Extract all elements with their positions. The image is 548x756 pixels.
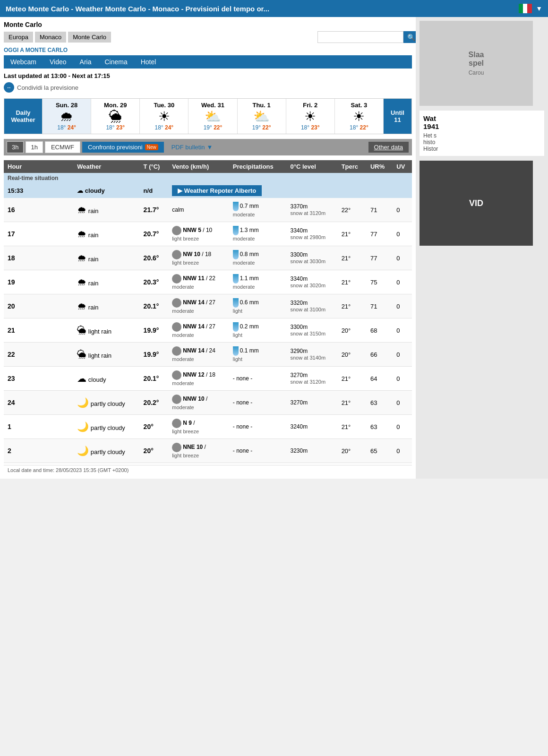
wind-direction-icon <box>172 226 181 235</box>
row-ur: 77 <box>367 222 393 246</box>
row-temp: 20.1° <box>140 367 169 391</box>
row-uv: 0 <box>393 415 412 439</box>
snow-level: snow at 3150m <box>291 331 326 336</box>
day-temps-6: 18° 22° <box>337 124 381 131</box>
forecast-icon-5: ☀ <box>288 109 333 124</box>
weather-icon: 🌦 <box>77 325 86 335</box>
nav-aria[interactable]: Aria <box>73 55 98 69</box>
nav-video[interactable]: Video <box>43 55 73 69</box>
wind-desc: moderate <box>172 356 194 362</box>
weather-icon: 🌦 <box>77 349 86 360</box>
day-cell-4[interactable]: Thu. 1 ⛅ 19° 22° <box>237 99 286 134</box>
nav-hotel[interactable]: Hotel <box>134 55 163 69</box>
row-zero-level: 3270m snow at 3120m <box>287 367 338 391</box>
table-row: 17 🌧 rain 20.7° NNW 5 / 10light breeze 1… <box>4 222 412 246</box>
row-temp: 20° <box>140 415 169 439</box>
other-data-button[interactable]: Other data <box>368 141 409 153</box>
wind-speed: 10 <box>198 395 204 402</box>
snow-level: snow at 2980m <box>291 234 326 240</box>
weather-table: Hour Weather T (°C) Vento (km/h) Precipi… <box>4 160 412 463</box>
sidebar-card2: Wat1941 Het shistoHistor <box>420 111 544 156</box>
wind-gusts: / 10 <box>201 227 212 233</box>
day-cell-3[interactable]: Wed. 31 ⛅ 19° 22° <box>188 99 237 134</box>
day-cell-6[interactable]: Sat. 3 ☀ 18° 22° <box>334 99 383 134</box>
day-cell-5[interactable]: Fri. 2 ☀ 18° 23° <box>286 99 334 134</box>
precip-amount: 0.7 mm <box>240 203 259 209</box>
confronto-button[interactable]: Confronto previsioni New <box>82 142 164 153</box>
precip-level: light <box>233 332 242 338</box>
wind-speed: 10 <box>197 444 203 450</box>
day-name-1: Mon. 29 <box>93 102 137 109</box>
condition-text: light rain <box>88 352 111 359</box>
table-row: 1 🌙 partly cloudy 20° N 9 / light breeze… <box>4 415 412 439</box>
pdf-button[interactable]: PDF bulletin ▼ <box>166 142 219 153</box>
row-ur: 77 <box>367 246 393 270</box>
pdf-arrow: ▼ <box>207 144 213 151</box>
precip-amount: 0.6 mm <box>240 299 259 306</box>
row-ur: 64 <box>367 367 393 391</box>
row-weather-cell: 🌧 rain <box>73 222 139 246</box>
snow-level: snow at 3140m <box>291 355 326 361</box>
sidebar-ad-1: Slaaspel Carou <box>420 21 533 106</box>
breadcrumb-monaco[interactable]: Monaco <box>35 32 66 43</box>
row-hour: 16 <box>4 198 73 222</box>
wind-desc: moderate <box>172 284 194 290</box>
precip-amount: 0.8 mm <box>240 251 259 258</box>
row-tperc: 20° <box>338 343 367 367</box>
forecast-icon-4: ⛅ <box>240 109 284 124</box>
wind-gusts: / 18 <box>205 371 215 378</box>
row-tperc: 21° <box>338 391 367 415</box>
zero-level-value: 3270m <box>291 372 308 378</box>
row-wind: NNW 5 / 10light breeze <box>168 222 229 246</box>
wind-dir: N <box>183 420 188 426</box>
day-cell-2[interactable]: Tue. 30 ☀ 18° 24° <box>139 99 188 134</box>
row-wind: NNW 11 / 22moderate <box>168 270 229 294</box>
forecast-icon-0: 🌧 <box>44 109 89 124</box>
table-row: 23 ☁ cloudy 20.1° NNW 12 / 18moderate - … <box>4 367 412 391</box>
row-zero-level: 3340m snow at 3020m <box>287 270 338 294</box>
day-name-4: Thu. 1 <box>240 102 284 109</box>
nav-webcam[interactable]: Webcam <box>4 55 43 69</box>
breadcrumb-europa[interactable]: Europa <box>4 32 33 43</box>
realtime-weather-icon: ☁ <box>77 187 83 194</box>
row-weather-cell: 🌙 partly cloudy <box>73 391 139 415</box>
row-wind: NW 10 / 18light breeze <box>168 246 229 270</box>
nav-cinema[interactable]: Cinema <box>98 55 134 69</box>
share-row[interactable]: ↔ Condividi la previsione <box>4 82 412 93</box>
breadcrumb-montecarlo[interactable]: Monte Carlo <box>68 32 111 43</box>
language-dropdown-arrow[interactable]: ▼ <box>536 5 542 12</box>
wind-speed: 9 <box>188 420 192 426</box>
snow-level: snow at 3030m <box>291 258 326 264</box>
row-ur: 63 <box>367 391 393 415</box>
row-precip: 0.6 mmlight <box>229 294 287 318</box>
precip-amount: 1.1 mm <box>240 275 259 282</box>
row-hour: 19 <box>4 270 73 294</box>
row-tperc: 21° <box>338 294 367 318</box>
time-1h-button[interactable]: 1h <box>26 141 43 153</box>
wind-desc: light breeze <box>172 260 199 266</box>
wind-direction-icon <box>172 395 181 404</box>
table-row: 22 🌦 light rain 19.9° NNW 14 / 24moderat… <box>4 343 412 367</box>
search-input[interactable] <box>317 31 403 43</box>
day-temps-0: 18° 24° <box>44 124 89 131</box>
wind-direction-icon <box>172 322 181 332</box>
row-wind: NNW 14 / 27moderate <box>168 318 229 343</box>
row-temp: 21.7° <box>140 198 169 222</box>
ecmwf-button[interactable]: ECMWF <box>45 141 80 153</box>
day-cell-0[interactable]: Sun. 28 🌧 18° 24° <box>42 99 91 134</box>
wind-dir: NNW <box>183 299 198 306</box>
wind-dir: NNW <box>183 275 198 282</box>
row-uv: 0 <box>393 294 412 318</box>
precip-none: - none - <box>233 423 252 430</box>
nav-bar: Webcam Video Aria Cinema Hotel <box>4 55 412 69</box>
wind-speed: 14 <box>198 347 204 354</box>
day-cell-1[interactable]: Mon. 29 🌦 18° 23° <box>91 99 139 134</box>
row-uv: 0 <box>393 318 412 343</box>
weather-icon: 🌧 <box>77 205 86 215</box>
row-temp: 20.3° <box>140 270 169 294</box>
row-hour: 1 <box>4 415 73 439</box>
share-icon: ↔ <box>4 82 14 93</box>
time-3h-button[interactable]: 3h <box>7 141 24 153</box>
col-tperc: Tperc <box>338 160 367 173</box>
daily-weather-grid: DailyWeather Sun. 28 🌧 18° 24° Mon. 29 🌦… <box>4 98 412 134</box>
